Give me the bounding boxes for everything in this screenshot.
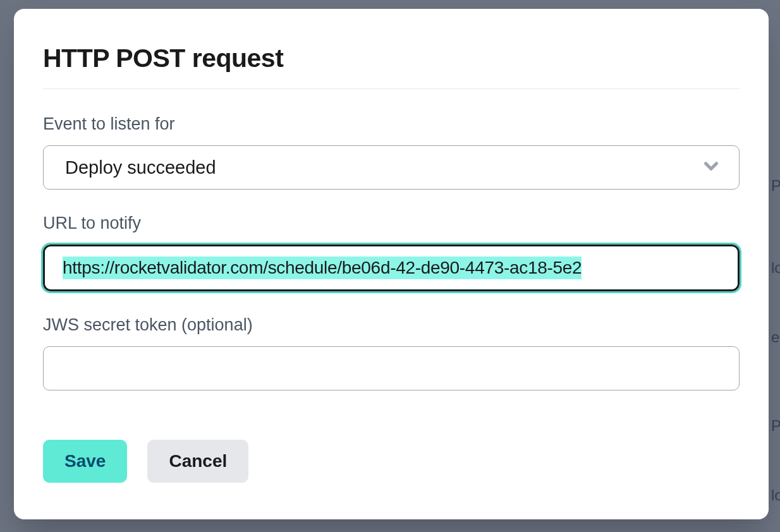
background-text: Pr — [771, 177, 780, 195]
jws-label: JWS secret token (optional) — [43, 315, 740, 335]
background-text: er — [771, 329, 780, 346]
url-field-group: URL to notify https://rocketvalidator.co… — [43, 214, 740, 291]
event-select-wrapper[interactable] — [43, 145, 740, 190]
modal-title: HTTP POST request — [43, 44, 740, 73]
button-row: Save Cancel — [43, 440, 740, 483]
jws-input[interactable] — [43, 346, 740, 390]
cancel-button[interactable]: Cancel — [147, 440, 248, 483]
event-field-group: Event to listen for — [43, 114, 740, 190]
divider — [43, 88, 740, 89]
jws-field-group: JWS secret token (optional) — [43, 315, 740, 390]
event-label: Event to listen for — [43, 114, 740, 134]
background-text: lo — [771, 259, 780, 277]
background-text: Pr — [771, 417, 780, 435]
url-label: URL to notify — [43, 214, 740, 233]
save-button[interactable]: Save — [43, 440, 127, 483]
event-select[interactable] — [43, 145, 740, 190]
background-text: lo — [771, 487, 780, 504]
url-input[interactable]: https://rocketvalidator.com/schedule/be0… — [43, 245, 740, 291]
http-post-request-modal: HTTP POST request Event to listen for UR… — [14, 9, 769, 519]
url-input-value: https://rocketvalidator.com/schedule/be0… — [63, 257, 582, 279]
